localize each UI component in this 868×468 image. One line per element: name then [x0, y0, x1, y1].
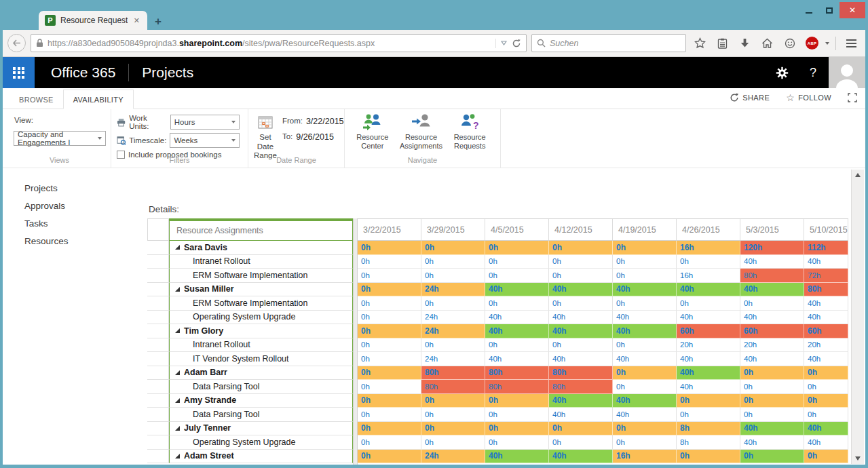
row-selector[interactable]	[147, 394, 169, 408]
heat-cell[interactable]: 80h	[549, 366, 613, 381]
heat-cell[interactable]: 80h	[549, 380, 613, 394]
office365-brand[interactable]: Office 365	[51, 64, 115, 81]
heat-cell[interactable]: 40h	[549, 352, 613, 366]
follow-button[interactable]: ☆ FOLLOW	[786, 93, 831, 102]
heat-cell[interactable]: 40h	[613, 324, 677, 338]
app-launcher-button[interactable]	[3, 57, 35, 88]
heat-cell[interactable]: 0h	[358, 422, 421, 436]
heat-cell[interactable]: 0h	[485, 422, 549, 436]
adblock-plus-button[interactable]: ABP	[803, 34, 821, 52]
heat-cell[interactable]: 40h	[804, 352, 848, 366]
heat-cell[interactable]: 0h	[358, 450, 421, 464]
new-tab-button[interactable]: +	[155, 15, 162, 28]
collapse-triangle-icon[interactable]	[175, 398, 180, 403]
heat-cell[interactable]: 0h	[613, 269, 677, 283]
heat-cell[interactable]: 0h	[358, 255, 421, 269]
url-dropdown-icon[interactable]	[501, 41, 507, 45]
heat-cell[interactable]: 40h	[677, 283, 740, 297]
heat-cell[interactable]: 0h	[804, 408, 848, 422]
heat-cell[interactable]: 0h	[358, 352, 421, 366]
heat-cell[interactable]: 8h	[677, 435, 740, 450]
row-selector[interactable]	[147, 311, 169, 325]
heat-cell[interactable]: 0h	[358, 311, 421, 325]
heat-cell[interactable]: 40h	[485, 283, 549, 297]
heat-cell[interactable]: 0h	[421, 394, 485, 408]
home-button[interactable]	[758, 34, 776, 52]
resource-name-cell[interactable]: Sara Davis	[169, 241, 353, 255]
resource-name-cell[interactable]: Intranet Rollout	[169, 255, 353, 269]
heat-cell[interactable]: 40h	[613, 394, 677, 408]
downloads-button[interactable]	[736, 34, 754, 52]
feedback-smiley-button[interactable]	[780, 34, 799, 52]
resource-name-cell[interactable]: Amy Strande	[169, 394, 353, 408]
heat-cell[interactable]: 0h	[613, 255, 677, 269]
collapse-triangle-icon[interactable]	[175, 245, 180, 250]
heat-cell[interactable]: 40h	[549, 283, 613, 297]
collapse-triangle-icon[interactable]	[175, 287, 180, 292]
heat-cell[interactable]: 0h	[358, 241, 421, 255]
row-selector[interactable]	[147, 435, 169, 450]
row-selector[interactable]	[147, 269, 169, 283]
heat-cell[interactable]: 80h	[421, 380, 485, 394]
grid-date-header[interactable]: 4/26/2015	[677, 219, 740, 240]
heat-cell[interactable]: 80h	[804, 283, 848, 297]
grid-date-header[interactable]: 3/29/2015	[421, 219, 485, 240]
row-selector[interactable]	[147, 241, 169, 255]
heat-cell[interactable]: 0h	[485, 255, 549, 269]
heat-cell[interactable]: 40h	[804, 422, 848, 436]
resource-name-cell[interactable]: July Tenner	[169, 422, 353, 436]
grid-date-header[interactable]: 5/3/2015	[740, 219, 804, 240]
heat-cell[interactable]: 60h	[677, 324, 740, 338]
tab-browse[interactable]: BROWSE	[10, 90, 63, 109]
heat-cell[interactable]: 40h	[549, 324, 613, 338]
user-avatar[interactable]	[829, 57, 865, 88]
tab-availability[interactable]: AVAILABILITY	[63, 90, 134, 109]
window-maximize-button[interactable]	[819, 2, 839, 18]
heat-cell[interactable]: 0h	[421, 422, 485, 436]
heat-cell[interactable]: 40h	[740, 422, 804, 436]
heat-cell[interactable]: 40h	[677, 311, 740, 325]
search-box[interactable]: Suchen	[531, 34, 686, 52]
heat-cell[interactable]: 40h	[804, 296, 848, 311]
heat-cell[interactable]: 16h	[677, 241, 740, 255]
resource-name-cell[interactable]: IT Vendor System Rollout	[169, 352, 353, 366]
row-selector[interactable]	[147, 338, 169, 353]
heat-cell[interactable]: 0h	[421, 435, 485, 450]
row-selector[interactable]	[147, 283, 169, 297]
heat-cell[interactable]: 0h	[549, 241, 613, 255]
to-date-value[interactable]: 9/26/2015	[296, 132, 334, 142]
grid-date-header[interactable]: 3/22/2015	[358, 219, 421, 240]
row-selector[interactable]	[147, 380, 169, 394]
heat-cell[interactable]: 0h	[485, 435, 549, 450]
collapse-triangle-icon[interactable]	[175, 370, 180, 375]
heat-cell[interactable]: 24h	[421, 324, 485, 338]
work-units-dropdown[interactable]: Hours	[170, 115, 240, 130]
heat-cell[interactable]: 0h	[549, 255, 613, 269]
tab-close-icon[interactable]: ✕	[132, 16, 141, 25]
heat-cell[interactable]: 0h	[677, 296, 740, 311]
heat-cell[interactable]: 0h	[804, 366, 848, 381]
heat-cell[interactable]: 40h	[485, 324, 549, 338]
heat-cell[interactable]: 0h	[485, 241, 549, 255]
heat-cell[interactable]: 120h	[740, 241, 804, 255]
resource-name-cell[interactable]: Adam Street	[169, 450, 353, 464]
heat-cell[interactable]: 40h	[485, 450, 549, 464]
row-selector[interactable]	[147, 422, 169, 436]
heat-cell[interactable]: 40h	[677, 380, 740, 394]
heat-cell[interactable]: 40h	[740, 283, 804, 297]
back-button[interactable]	[7, 34, 26, 52]
row-selector[interactable]	[147, 255, 169, 269]
from-date-value[interactable]: 3/22/2015	[306, 117, 344, 126]
heat-cell[interactable]: 0h	[613, 296, 677, 311]
heat-cell[interactable]: 24h	[421, 311, 485, 325]
heat-cell[interactable]: 0h	[613, 241, 677, 255]
heat-cell[interactable]: 0h	[485, 269, 549, 283]
heat-cell[interactable]: 0h	[740, 380, 804, 394]
heat-cell[interactable]: 0h	[485, 408, 549, 422]
browser-tab[interactable]: P Resource Requests ✕	[39, 11, 147, 30]
heat-cell[interactable]: 0h	[421, 408, 485, 422]
heat-cell[interactable]: 0h	[740, 296, 804, 311]
heat-cell[interactable]: 0h	[358, 324, 421, 338]
heat-cell[interactable]: 60h	[740, 324, 804, 338]
heat-cell[interactable]: 20h	[677, 338, 740, 353]
